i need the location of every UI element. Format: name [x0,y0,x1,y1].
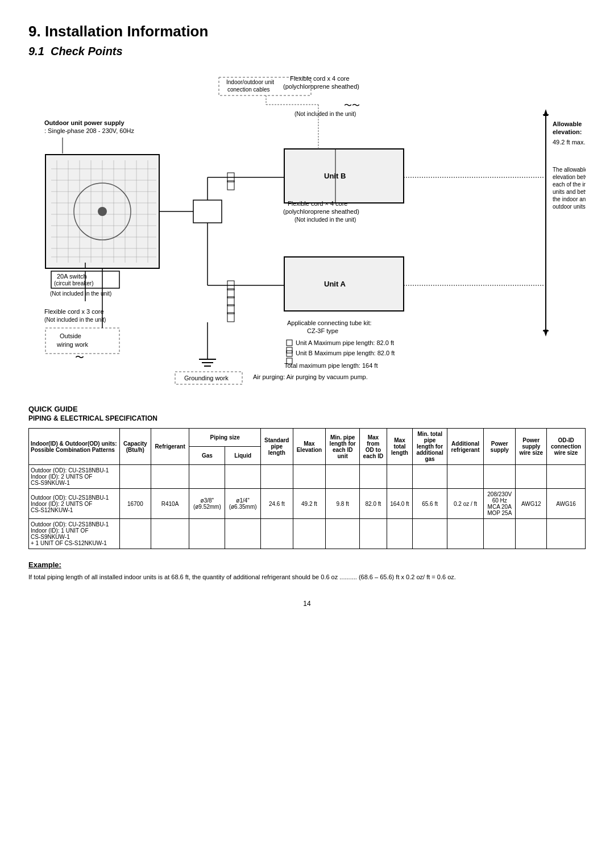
svg-text:(polychloroprene sheathed): (polychloroprene sheathed) [283,83,359,90]
th-power-supply: Powersupply [484,429,516,465]
th-additional-refrig: Additionalrefrigerant [447,429,484,465]
svg-text:(Not included in the unit): (Not included in the unit) [44,317,106,323]
svg-text:Allowable: Allowable [553,121,582,127]
svg-text:(Not included in the unit): (Not included in the unit) [294,217,356,223]
svg-rect-78 [287,347,292,353]
table-row: Outdoor (OD): CU-2S18NBU-1Indoor (ID): 1… [29,519,586,549]
svg-text:Flexible cord x 3 core: Flexible cord x 3 core [44,308,104,315]
th-od-id-wire: OD-IDconnectionwire size [547,429,586,465]
table-row: Outdoor (OD): CU-2S18NBU-1Indoor (ID): 2… [29,489,586,519]
svg-point-20 [98,207,107,216]
th-power-wire: Powersupplywire size [516,429,547,465]
svg-text:Flexible cord x 4 core: Flexible cord x 4 core [290,75,350,82]
svg-text:〜: 〜 [75,352,84,362]
svg-rect-77 [287,340,292,346]
svg-text:〜〜: 〜〜 [344,101,360,110]
svg-text:: Single-phase 208 - 230V, 60H: : Single-phase 208 - 230V, 60Hz [44,127,134,134]
svg-text:Unit B: Unit B [324,172,346,180]
th-min-pipe-each-id: Min. pipelength foreach IDunit [326,429,360,465]
table-row: Outdoor (OD): CU-2S18NBU-1Indoor (ID): 2… [29,465,586,489]
svg-text:49.2 ft max.: 49.2 ft max. [553,139,585,146]
svg-text:Flexible cord × 4 core: Flexible cord × 4 core [288,200,347,207]
svg-text:elevation:: elevation: [553,128,582,135]
svg-text:Outside: Outside [60,333,81,339]
th-min-total-add: Min. totalpipelength foradditionalgas [413,429,447,465]
th-unit-combo: Indoor(ID) & Outdoor(OD) units:Possible … [29,429,120,465]
th-capacity: Capacity(Btu/h) [120,429,151,465]
page-number: 14 [28,600,586,608]
example-section: Example: If total piping length of all i… [28,560,586,583]
svg-text:Unit A   Maximum pipe length: : Unit A Maximum pipe length: 82.0 ft [296,339,394,346]
spec-table: Indoor(ID) & Outdoor(OD) units:Possible … [28,428,586,549]
svg-text:each of the indoor: each of the indoor [553,181,586,188]
svg-rect-38 [193,200,222,223]
svg-text:20A switch: 20A switch [57,273,87,280]
quick-guide-title: QUICK GUIDE [28,405,586,413]
svg-text:wiring work: wiring work [56,341,89,348]
svg-text:CZ-3F type: CZ-3F type [307,327,338,334]
svg-text:elevation between: elevation between [553,174,586,180]
wiring-diagram: Outdoor unit power supply : Single-phase… [28,69,586,399]
svg-text:Applicable connecting tube kit: Applicable connecting tube kit: [287,319,372,326]
th-max-od-each-id: MaxfromOD toeach ID [359,429,387,465]
page-container: 9. Installation Information 9.1 Check Po… [28,23,586,608]
svg-text:(Not included in the unit): (Not included in the unit) [294,111,356,117]
th-piping-size: Piping size [189,429,261,447]
svg-text:the indoor and: the indoor and [553,196,586,202]
quick-guide-section: QUICK GUIDE PIPING & ELECTRICAL SPECIFIC… [28,405,586,583]
th-max-elevation: MaxElevation [293,429,326,465]
svg-text:Air purging: Air purging by va: Air purging: Air purging by vacuum pump. [253,373,368,380]
th-refrigerant: Refrigerant [151,429,189,465]
section-title: 9. Installation Information [28,23,586,40]
svg-rect-80 [287,351,292,356]
svg-text:Outdoor unit power supply: Outdoor unit power supply [44,119,125,126]
svg-text:Unit A: Unit A [324,280,346,288]
svg-text:Grounding work: Grounding work [184,375,229,381]
svg-text:outdoor units.: outdoor units. [553,203,586,210]
svg-text:(polychloroprene sheathed): (polychloroprene sheathed) [283,208,359,215]
quick-guide-subtitle: PIPING & ELECTRICAL SPECIFICATION [28,414,586,422]
svg-text:units and between: units and between [553,189,586,195]
th-liquid: Liquid [225,447,261,465]
svg-text:Indoor/outdoor unit: Indoor/outdoor unit [226,79,274,85]
svg-text:Unit B   Maximum pipe length: : Unit B Maximum pipe length: 82.0 ft [296,350,395,356]
example-text: If total piping length of all installed … [28,572,586,583]
svg-text:(circuit breaker): (circuit breaker) [54,280,93,286]
svg-text:Total maximum pipe length: 164: Total maximum pipe length: 164 ft [284,362,377,369]
th-max-total: Maxtotallength [387,429,412,465]
th-gas: Gas [189,447,225,465]
svg-text:The allowable: The allowable [553,167,586,173]
subsection-title: 9.1 Check Points [28,45,586,58]
example-title: Example: [28,560,586,569]
th-standard-pipe: Standardpipelength [261,429,293,465]
svg-text:conection cables: conection cables [227,86,270,93]
